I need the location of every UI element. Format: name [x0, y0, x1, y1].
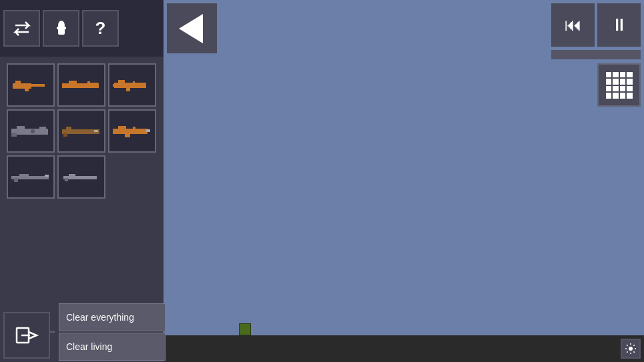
svg-rect-5: [25, 86, 29, 91]
svg-rect-26: [118, 126, 126, 129]
top-right-controls: ⏮ ⏸: [551, 3, 641, 47]
settings-icon[interactable]: [621, 339, 641, 359]
exit-button[interactable]: [3, 312, 50, 359]
back-button[interactable]: [167, 3, 217, 53]
svg-rect-17: [17, 126, 25, 129]
svg-rect-31: [19, 174, 29, 176]
svg-rect-27: [133, 127, 135, 129]
svg-rect-2: [57, 27, 66, 29]
back-icon: [179, 14, 203, 43]
sidebar: ?: [0, 0, 164, 362]
grid-toggle-button[interactable]: [597, 63, 641, 107]
svg-rect-21: [62, 129, 99, 134]
weapon-grid: [3, 60, 160, 202]
weapon-slot-2[interactable]: [57, 63, 105, 107]
weapon-slot-6[interactable]: [108, 109, 156, 153]
player-character: [239, 323, 251, 335]
items-button[interactable]: [43, 10, 79, 47]
svg-point-20: [31, 129, 35, 133]
svg-rect-4: [15, 81, 21, 83]
svg-rect-18: [39, 127, 46, 129]
help-button[interactable]: ?: [82, 10, 119, 47]
progress-bar-container: [551, 50, 641, 59]
svg-rect-36: [65, 178, 68, 181]
svg-rect-6: [31, 84, 45, 87]
rewind-button[interactable]: ⏮: [551, 3, 595, 47]
rewind-icon: ⏮: [565, 15, 582, 35]
svg-rect-15: [113, 84, 115, 87]
svg-rect-19: [11, 133, 17, 137]
weapon-slot-1[interactable]: [7, 63, 55, 107]
svg-rect-29: [146, 129, 150, 132]
svg-rect-23: [63, 133, 67, 137]
svg-rect-10: [90, 83, 98, 85]
svg-rect-12: [118, 80, 125, 83]
top-toolbar: ?: [0, 0, 164, 57]
ground: [164, 335, 644, 362]
svg-rect-24: [94, 130, 98, 132]
svg-rect-14: [126, 87, 130, 91]
weapon-slot-8[interactable]: [57, 155, 105, 199]
weapon-slot-3[interactable]: [108, 63, 156, 107]
clear-everything-button[interactable]: Clear everything: [59, 303, 166, 331]
svg-rect-9: [87, 81, 90, 83]
svg-rect-28: [125, 133, 130, 137]
svg-rect-22: [66, 127, 71, 129]
help-icon: ?: [95, 18, 106, 39]
pause-icon: ⏸: [611, 15, 628, 35]
pause-button[interactable]: ⏸: [597, 3, 641, 47]
swap-button[interactable]: [3, 10, 40, 47]
svg-rect-35: [69, 174, 75, 176]
clear-living-button[interactable]: Clear living: [59, 333, 166, 361]
svg-rect-13: [133, 81, 135, 83]
svg-rect-33: [45, 175, 49, 177]
svg-rect-34: [63, 176, 97, 179]
grid-icon: [606, 72, 633, 99]
weapon-slot-4[interactable]: [7, 109, 55, 153]
context-menu: Clear everything Clear living: [59, 303, 166, 362]
svg-rect-16: [11, 129, 48, 135]
weapon-slot-7[interactable]: [7, 155, 55, 199]
svg-point-39: [629, 347, 633, 351]
weapon-slot-5[interactable]: [57, 109, 105, 153]
svg-rect-8: [69, 81, 77, 83]
svg-rect-32: [14, 178, 18, 182]
